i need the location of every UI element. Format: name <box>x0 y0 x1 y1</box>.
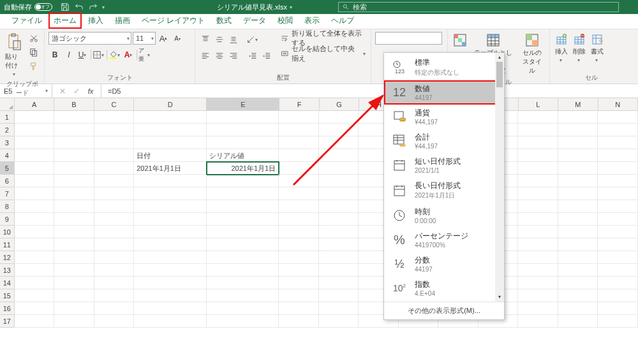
col-header-C[interactable]: C <box>94 98 134 111</box>
align-left-button[interactable] <box>199 50 212 62</box>
cell[interactable] <box>134 226 206 238</box>
cell[interactable] <box>207 136 279 149</box>
delete-cells-button[interactable]: 削除▾ <box>572 32 587 64</box>
number-format-dropdown[interactable]: 123標準特定の形式なし12数値44197通貨¥44,197会計¥44,197短… <box>383 52 505 320</box>
conditional-formatting-button[interactable] <box>452 32 468 48</box>
cell[interactable] <box>15 162 55 175</box>
cell[interactable] <box>279 124 319 136</box>
cell[interactable] <box>15 277 55 289</box>
tab-data[interactable]: データ <box>238 13 271 29</box>
cell[interactable] <box>94 289 135 302</box>
cell[interactable] <box>207 277 279 289</box>
cell[interactable] <box>54 187 94 200</box>
save-icon[interactable] <box>60 2 70 12</box>
cell[interactable] <box>319 277 359 289</box>
cell[interactable] <box>558 238 598 251</box>
cell[interactable] <box>319 213 359 226</box>
cell[interactable] <box>15 289 55 302</box>
cell[interactable] <box>279 111 319 124</box>
cell[interactable] <box>207 302 279 315</box>
cell[interactable] <box>319 226 359 238</box>
cell[interactable] <box>15 302 55 315</box>
cell[interactable]: 日付 <box>134 149 206 162</box>
row-header[interactable]: 10 <box>0 226 15 238</box>
cell[interactable] <box>207 213 279 226</box>
autosave-toggle[interactable]: 自動保存 オフ <box>4 3 52 12</box>
cell[interactable] <box>598 264 638 277</box>
scrollbar[interactable]: ▴ ▾ <box>495 53 504 302</box>
cell[interactable] <box>54 226 94 238</box>
cell[interactable] <box>558 136 598 149</box>
insert-cells-button[interactable]: 挿入▾ <box>554 32 569 64</box>
cell[interactable] <box>15 315 55 328</box>
cell[interactable] <box>134 213 206 226</box>
worksheet-grid[interactable]: ABCDEFGHIJKLMN 1234日付シリアル値52021年1月1日2021… <box>0 98 638 328</box>
cell[interactable] <box>558 111 598 124</box>
cell[interactable] <box>94 213 135 226</box>
cell[interactable] <box>134 136 206 149</box>
cell[interactable] <box>15 136 55 149</box>
cell[interactable] <box>319 315 359 328</box>
cell[interactable] <box>207 238 279 251</box>
col-header-A[interactable]: A <box>15 98 54 111</box>
decrease-indent-button[interactable] <box>246 50 259 62</box>
format-option-通貨[interactable]: 通貨¥44,197 <box>384 105 504 129</box>
cell[interactable] <box>558 251 598 264</box>
cell[interactable] <box>54 124 94 136</box>
cell[interactable] <box>598 302 638 315</box>
cell[interactable] <box>279 238 319 251</box>
cell[interactable] <box>54 302 94 315</box>
cell[interactable] <box>598 213 638 226</box>
cell[interactable] <box>15 200 55 213</box>
cell[interactable] <box>54 175 94 187</box>
font-color-button[interactable]: A▾ <box>122 48 135 61</box>
select-all-button[interactable] <box>0 98 15 111</box>
cell[interactable] <box>94 124 135 136</box>
cell[interactable] <box>558 289 598 302</box>
cell[interactable] <box>598 111 638 124</box>
cell[interactable] <box>319 124 359 136</box>
cell[interactable] <box>207 251 279 264</box>
cell[interactable] <box>94 111 135 124</box>
cut-button[interactable] <box>27 32 40 45</box>
font-size-select[interactable]: 11▾ <box>133 32 156 45</box>
align-center-button[interactable] <box>213 50 226 62</box>
cell[interactable] <box>94 187 135 200</box>
row-header[interactable]: 13 <box>0 264 15 277</box>
format-option-分数[interactable]: ½分数44197 <box>384 252 504 276</box>
tab-page-layout[interactable]: ページ レイアウト <box>137 13 210 29</box>
cell[interactable] <box>94 200 135 213</box>
cell[interactable] <box>279 136 319 149</box>
col-header-D[interactable]: D <box>134 98 207 111</box>
cell[interactable] <box>558 277 598 289</box>
row-header[interactable]: 3 <box>0 136 15 149</box>
more-number-formats[interactable]: その他の表示形式(M)... <box>384 302 504 319</box>
paste-button[interactable]: 貼り付け ▾ <box>4 32 25 78</box>
cell[interactable] <box>558 175 598 187</box>
cell[interactable] <box>319 187 359 200</box>
cell[interactable] <box>319 302 359 315</box>
cell[interactable] <box>598 226 638 238</box>
col-header-G[interactable]: G <box>320 98 359 111</box>
col-header-E[interactable]: E <box>207 98 279 111</box>
cell[interactable] <box>94 315 135 328</box>
cell[interactable] <box>319 238 359 251</box>
decrease-font-button[interactable]: A▾ <box>171 32 184 45</box>
cell[interactable] <box>598 149 638 162</box>
cell[interactable] <box>94 277 135 289</box>
cell[interactable] <box>598 200 638 213</box>
cell[interactable] <box>134 187 206 200</box>
format-cells-button[interactable]: 書式▾ <box>590 32 605 64</box>
cell[interactable] <box>54 264 94 277</box>
cell[interactable] <box>279 162 319 175</box>
row-header[interactable]: 14 <box>0 277 15 289</box>
cell[interactable] <box>518 302 558 315</box>
align-right-button[interactable] <box>227 50 240 62</box>
align-middle-button[interactable] <box>213 33 226 46</box>
cell[interactable] <box>598 251 638 264</box>
cell[interactable] <box>15 187 55 200</box>
tab-home[interactable]: ホーム <box>48 13 82 29</box>
qat-dropdown-icon[interactable]: ▾ <box>102 4 106 10</box>
col-header-M[interactable]: M <box>558 98 598 111</box>
cell[interactable]: 2021年1月1日 <box>207 162 279 175</box>
